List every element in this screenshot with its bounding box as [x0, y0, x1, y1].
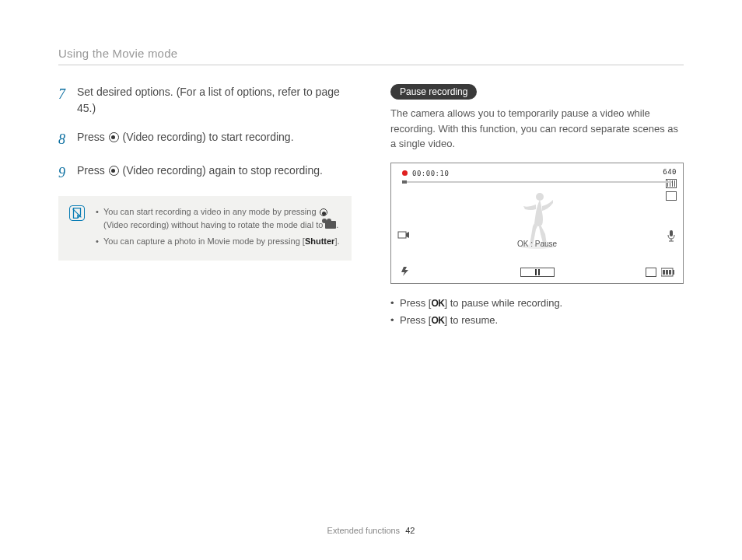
- note-box: You can start recording a video in any m…: [58, 196, 352, 261]
- svg-rect-6: [673, 270, 674, 275]
- text: ] to pause while recording.: [444, 297, 562, 309]
- svg-rect-8: [666, 270, 668, 275]
- step-text-a: Press: [77, 164, 108, 177]
- svg-line-0: [73, 209, 82, 218]
- step-number: 7: [58, 84, 69, 117]
- ok-label: OK: [431, 315, 444, 326]
- note-icon-wrap: [69, 205, 85, 251]
- text: Press [: [400, 314, 431, 326]
- progress-bar: [402, 181, 672, 183]
- record-icon: [109, 166, 119, 176]
- shutter-label: Shutter: [305, 236, 335, 246]
- note-item: You can capture a photo in Movie mode by…: [96, 235, 341, 248]
- timer-text: 00:00:10: [412, 170, 449, 177]
- instruction-list: Press [OK] to pause while recording. Pre…: [390, 295, 684, 329]
- ok-pause-label: OK : Pause: [517, 240, 557, 248]
- resolution-text: 640: [663, 168, 677, 176]
- svg-rect-3: [398, 232, 406, 238]
- screen-topbar: 00:00:10: [396, 168, 678, 179]
- step-9: 9 Press (Video recording) again to stop …: [58, 163, 352, 184]
- record-icon: [109, 132, 119, 142]
- step-text-a: Press: [77, 131, 108, 143]
- step-text: Press (Video recording) to start recordi…: [77, 129, 294, 150]
- svg-rect-7: [663, 270, 665, 275]
- record-icon: [320, 208, 327, 216]
- step-number: 8: [58, 129, 69, 150]
- footer-section: Extended functions: [327, 526, 401, 535]
- movie-mode-icon: [325, 221, 336, 229]
- quality-icon: [666, 179, 677, 188]
- note-list: You can start recording a video in any m…: [96, 205, 341, 251]
- pause-button-icon: [520, 268, 555, 277]
- intro-text: The camera allows you to temporarily pau…: [390, 106, 684, 152]
- step-text-b: (Video recording) to start recording.: [120, 131, 294, 143]
- screen-right-icons: 640: [663, 168, 677, 201]
- battery-icon: [661, 268, 675, 277]
- note-item: You can start recording a video in any m…: [96, 205, 341, 232]
- step-text: Press (Video recording) again to stop re…: [77, 163, 323, 184]
- text: Press [: [400, 297, 431, 309]
- step-7: 7 Set desired options. (For a list of op…: [58, 84, 352, 117]
- storage-icon: [646, 268, 656, 277]
- note-text: ].: [334, 236, 339, 246]
- note-text: .: [336, 220, 338, 229]
- section-header: Using the Movie mode: [58, 47, 684, 60]
- flash-icon: [399, 266, 411, 277]
- note-icon: [69, 205, 85, 221]
- right-column: Pause recording The camera allows you to…: [390, 84, 684, 329]
- camera-screen-illustration: 00:00:10 640: [390, 163, 684, 284]
- screen-bottombar: [399, 266, 675, 277]
- left-column: 7 Set desired options. (For a list of op…: [58, 84, 352, 329]
- text: ] to resume.: [444, 314, 498, 326]
- instruction-item: Press [OK] to resume.: [390, 312, 684, 329]
- note-text: You can capture a photo in Movie mode by…: [103, 236, 305, 246]
- step-number: 9: [58, 163, 69, 184]
- instruction-item: Press [OK] to pause while recording.: [390, 295, 684, 312]
- content-columns: 7 Set desired options. (For a list of op…: [58, 84, 684, 329]
- ok-label: OK: [431, 298, 444, 309]
- camera-icon: [397, 229, 410, 243]
- setting-icon: [666, 191, 677, 201]
- svg-rect-9: [669, 270, 671, 275]
- bottom-right-icons: [646, 268, 675, 277]
- pause-recording-pill: Pause recording: [390, 84, 477, 100]
- note-text: (Video recording) without having to rota…: [103, 220, 325, 229]
- svg-rect-4: [670, 230, 673, 236]
- page-number: 42: [405, 526, 415, 535]
- note-text: You can start recording a video in any m…: [103, 207, 319, 216]
- header-divider: [58, 65, 684, 65]
- step-text: Set desired options. (For a list of opti…: [77, 84, 352, 117]
- recording-dot-icon: [402, 170, 408, 176]
- microphone-icon: [666, 229, 677, 245]
- step-text-b: (Video recording) again to stop recordin…: [120, 164, 323, 177]
- svg-point-1: [536, 193, 544, 201]
- step-8: 8 Press (Video recording) to start recor…: [58, 129, 352, 150]
- page-footer: Extended functions 42: [0, 526, 742, 535]
